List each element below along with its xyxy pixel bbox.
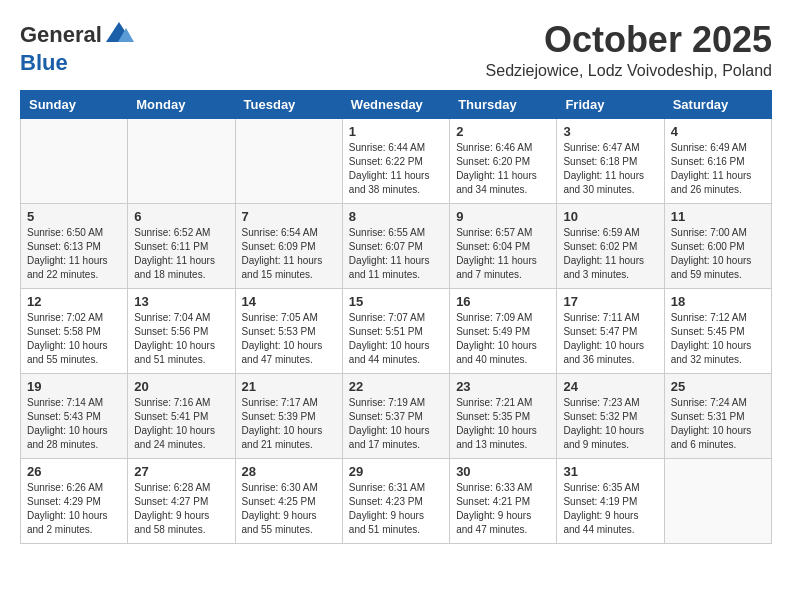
calendar-cell: 8Sunrise: 6:55 AM Sunset: 6:07 PM Daylig… <box>342 203 449 288</box>
day-info: Sunrise: 6:50 AM Sunset: 6:13 PM Dayligh… <box>27 226 121 282</box>
day-info: Sunrise: 6:46 AM Sunset: 6:20 PM Dayligh… <box>456 141 550 197</box>
day-info: Sunrise: 6:28 AM Sunset: 4:27 PM Dayligh… <box>134 481 228 537</box>
day-info: Sunrise: 6:35 AM Sunset: 4:19 PM Dayligh… <box>563 481 657 537</box>
weekday-header: Sunday <box>21 90 128 118</box>
weekday-header: Wednesday <box>342 90 449 118</box>
day-number: 30 <box>456 464 550 479</box>
page-header: General Blue October 2025 Sedziejowice, … <box>20 20 772 80</box>
day-info: Sunrise: 7:24 AM Sunset: 5:31 PM Dayligh… <box>671 396 765 452</box>
calendar-cell: 19Sunrise: 7:14 AM Sunset: 5:43 PM Dayli… <box>21 373 128 458</box>
location-title: Sedziejowice, Lodz Voivodeship, Poland <box>486 62 772 80</box>
calendar-cell: 29Sunrise: 6:31 AM Sunset: 4:23 PM Dayli… <box>342 458 449 543</box>
day-number: 4 <box>671 124 765 139</box>
calendar-cell: 12Sunrise: 7:02 AM Sunset: 5:58 PM Dayli… <box>21 288 128 373</box>
logo-blue-text: Blue <box>20 50 68 76</box>
calendar-cell: 13Sunrise: 7:04 AM Sunset: 5:56 PM Dayli… <box>128 288 235 373</box>
day-info: Sunrise: 7:05 AM Sunset: 5:53 PM Dayligh… <box>242 311 336 367</box>
day-number: 23 <box>456 379 550 394</box>
day-number: 25 <box>671 379 765 394</box>
day-info: Sunrise: 7:00 AM Sunset: 6:00 PM Dayligh… <box>671 226 765 282</box>
calendar-cell: 16Sunrise: 7:09 AM Sunset: 5:49 PM Dayli… <box>450 288 557 373</box>
calendar-cell: 18Sunrise: 7:12 AM Sunset: 5:45 PM Dayli… <box>664 288 771 373</box>
calendar-cell: 20Sunrise: 7:16 AM Sunset: 5:41 PM Dayli… <box>128 373 235 458</box>
calendar-cell: 2Sunrise: 6:46 AM Sunset: 6:20 PM Daylig… <box>450 118 557 203</box>
day-info: Sunrise: 7:11 AM Sunset: 5:47 PM Dayligh… <box>563 311 657 367</box>
day-number: 31 <box>563 464 657 479</box>
calendar-row: 12Sunrise: 7:02 AM Sunset: 5:58 PM Dayli… <box>21 288 772 373</box>
day-number: 16 <box>456 294 550 309</box>
calendar-cell: 7Sunrise: 6:54 AM Sunset: 6:09 PM Daylig… <box>235 203 342 288</box>
calendar-cell: 23Sunrise: 7:21 AM Sunset: 5:35 PM Dayli… <box>450 373 557 458</box>
day-number: 6 <box>134 209 228 224</box>
day-info: Sunrise: 6:31 AM Sunset: 4:23 PM Dayligh… <box>349 481 443 537</box>
day-info: Sunrise: 7:09 AM Sunset: 5:49 PM Dayligh… <box>456 311 550 367</box>
calendar-cell <box>235 118 342 203</box>
day-number: 24 <box>563 379 657 394</box>
day-number: 2 <box>456 124 550 139</box>
day-number: 18 <box>671 294 765 309</box>
calendar-cell: 3Sunrise: 6:47 AM Sunset: 6:18 PM Daylig… <box>557 118 664 203</box>
calendar-cell: 26Sunrise: 6:26 AM Sunset: 4:29 PM Dayli… <box>21 458 128 543</box>
title-section: October 2025 Sedziejowice, Lodz Voivodes… <box>486 20 772 80</box>
weekday-header: Saturday <box>664 90 771 118</box>
calendar-cell: 4Sunrise: 6:49 AM Sunset: 6:16 PM Daylig… <box>664 118 771 203</box>
calendar-cell: 10Sunrise: 6:59 AM Sunset: 6:02 PM Dayli… <box>557 203 664 288</box>
day-number: 14 <box>242 294 336 309</box>
calendar-cell: 25Sunrise: 7:24 AM Sunset: 5:31 PM Dayli… <box>664 373 771 458</box>
day-number: 11 <box>671 209 765 224</box>
day-info: Sunrise: 6:44 AM Sunset: 6:22 PM Dayligh… <box>349 141 443 197</box>
day-info: Sunrise: 7:02 AM Sunset: 5:58 PM Dayligh… <box>27 311 121 367</box>
calendar-cell: 1Sunrise: 6:44 AM Sunset: 6:22 PM Daylig… <box>342 118 449 203</box>
calendar-cell: 28Sunrise: 6:30 AM Sunset: 4:25 PM Dayli… <box>235 458 342 543</box>
calendar-header-row: SundayMondayTuesdayWednesdayThursdayFrid… <box>21 90 772 118</box>
calendar-row: 19Sunrise: 7:14 AM Sunset: 5:43 PM Dayli… <box>21 373 772 458</box>
day-number: 20 <box>134 379 228 394</box>
day-number: 21 <box>242 379 336 394</box>
day-info: Sunrise: 7:16 AM Sunset: 5:41 PM Dayligh… <box>134 396 228 452</box>
calendar-cell: 31Sunrise: 6:35 AM Sunset: 4:19 PM Dayli… <box>557 458 664 543</box>
day-number: 7 <box>242 209 336 224</box>
day-info: Sunrise: 7:17 AM Sunset: 5:39 PM Dayligh… <box>242 396 336 452</box>
day-number: 3 <box>563 124 657 139</box>
day-info: Sunrise: 6:59 AM Sunset: 6:02 PM Dayligh… <box>563 226 657 282</box>
day-info: Sunrise: 6:52 AM Sunset: 6:11 PM Dayligh… <box>134 226 228 282</box>
day-number: 10 <box>563 209 657 224</box>
logo-general-text: General <box>20 22 102 48</box>
calendar-cell <box>21 118 128 203</box>
day-number: 26 <box>27 464 121 479</box>
month-title: October 2025 <box>486 20 772 60</box>
calendar-cell: 9Sunrise: 6:57 AM Sunset: 6:04 PM Daylig… <box>450 203 557 288</box>
day-number: 27 <box>134 464 228 479</box>
calendar-cell: 30Sunrise: 6:33 AM Sunset: 4:21 PM Dayli… <box>450 458 557 543</box>
day-info: Sunrise: 7:12 AM Sunset: 5:45 PM Dayligh… <box>671 311 765 367</box>
calendar-cell: 5Sunrise: 6:50 AM Sunset: 6:13 PM Daylig… <box>21 203 128 288</box>
day-info: Sunrise: 7:23 AM Sunset: 5:32 PM Dayligh… <box>563 396 657 452</box>
calendar-row: 5Sunrise: 6:50 AM Sunset: 6:13 PM Daylig… <box>21 203 772 288</box>
weekday-header: Friday <box>557 90 664 118</box>
day-number: 19 <box>27 379 121 394</box>
logo: General Blue <box>20 20 134 76</box>
calendar-cell: 11Sunrise: 7:00 AM Sunset: 6:00 PM Dayli… <box>664 203 771 288</box>
calendar-cell: 17Sunrise: 7:11 AM Sunset: 5:47 PM Dayli… <box>557 288 664 373</box>
calendar-cell: 15Sunrise: 7:07 AM Sunset: 5:51 PM Dayli… <box>342 288 449 373</box>
calendar-cell: 27Sunrise: 6:28 AM Sunset: 4:27 PM Dayli… <box>128 458 235 543</box>
day-number: 28 <box>242 464 336 479</box>
day-info: Sunrise: 7:14 AM Sunset: 5:43 PM Dayligh… <box>27 396 121 452</box>
day-number: 17 <box>563 294 657 309</box>
day-number: 22 <box>349 379 443 394</box>
day-number: 8 <box>349 209 443 224</box>
calendar-cell: 24Sunrise: 7:23 AM Sunset: 5:32 PM Dayli… <box>557 373 664 458</box>
day-info: Sunrise: 7:04 AM Sunset: 5:56 PM Dayligh… <box>134 311 228 367</box>
calendar-table: SundayMondayTuesdayWednesdayThursdayFrid… <box>20 90 772 544</box>
day-info: Sunrise: 6:49 AM Sunset: 6:16 PM Dayligh… <box>671 141 765 197</box>
day-info: Sunrise: 6:47 AM Sunset: 6:18 PM Dayligh… <box>563 141 657 197</box>
calendar-row: 1Sunrise: 6:44 AM Sunset: 6:22 PM Daylig… <box>21 118 772 203</box>
calendar-cell: 14Sunrise: 7:05 AM Sunset: 5:53 PM Dayli… <box>235 288 342 373</box>
logo-icon <box>104 20 134 50</box>
calendar-row: 26Sunrise: 6:26 AM Sunset: 4:29 PM Dayli… <box>21 458 772 543</box>
day-info: Sunrise: 6:30 AM Sunset: 4:25 PM Dayligh… <box>242 481 336 537</box>
day-number: 12 <box>27 294 121 309</box>
day-info: Sunrise: 7:07 AM Sunset: 5:51 PM Dayligh… <box>349 311 443 367</box>
day-info: Sunrise: 6:54 AM Sunset: 6:09 PM Dayligh… <box>242 226 336 282</box>
weekday-header: Thursday <box>450 90 557 118</box>
